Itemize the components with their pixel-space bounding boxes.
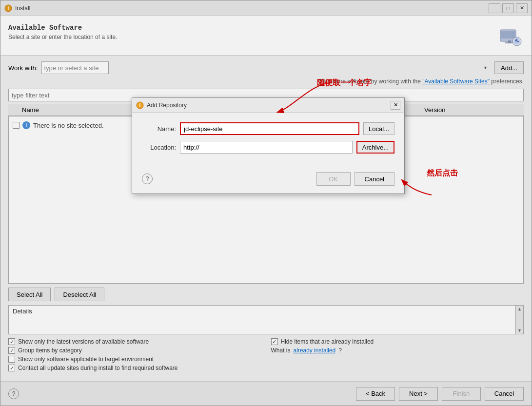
local-button[interactable]: Local... [363, 122, 394, 135]
add-repository-dialog: I Add Repository ✕ Name: Local... Locati… [132, 97, 405, 194]
modal-overlay [0, 0, 532, 406]
dialog-name-row: Name: Local... [142, 122, 394, 135]
dialog-close-button[interactable]: ✕ [391, 101, 400, 110]
dialog-location-input[interactable] [180, 141, 353, 154]
dialog-cancel-button[interactable]: Cancel [355, 172, 394, 186]
dialog-actions: OK Cancel [316, 172, 394, 186]
dialog-ok-button[interactable]: OK [316, 172, 351, 186]
archive-button[interactable]: Archive... [356, 141, 394, 154]
dialog-icon: I [136, 101, 144, 109]
dialog-footer: ? OK Cancel [132, 168, 404, 193]
dialog-location-row: Location: Archive... [142, 141, 394, 154]
dialog-name-label: Name: [142, 125, 176, 133]
dialog-name-input[interactable] [180, 122, 359, 135]
dialog-location-label: Location: [142, 144, 176, 151]
dialog-title-bar: I Add Repository ✕ [132, 98, 404, 113]
dialog-content: Name: Local... Location: Archive... [132, 113, 404, 164]
svg-text:I: I [139, 103, 141, 108]
dialog-help-button[interactable]: ? [142, 174, 153, 184]
dialog-title: Add Repository [147, 102, 391, 109]
